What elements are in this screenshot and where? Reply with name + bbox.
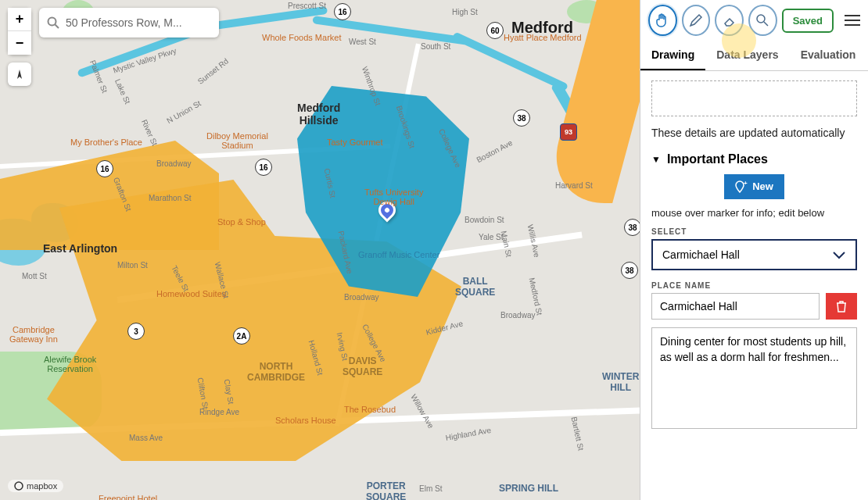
svg-line-5 xyxy=(764,22,768,26)
mouse-hint: mouse over marker for info; edit below xyxy=(651,207,857,220)
search-box[interactable] xyxy=(39,8,219,38)
street-label: River St xyxy=(140,118,160,147)
chevron-down-icon xyxy=(832,250,846,259)
route-shield: 16 xyxy=(334,3,351,20)
street-label: Medford St xyxy=(528,277,544,316)
svg-marker-0 xyxy=(17,70,22,79)
select-value: Carmichael Hall xyxy=(662,248,740,261)
name-label: PLACE NAME xyxy=(651,281,857,290)
place-description[interactable] xyxy=(651,327,857,429)
search-icon xyxy=(47,16,59,29)
poi-label: Dilboy Memorial Stadium xyxy=(206,131,268,150)
poi-label: Homewood Suites xyxy=(156,289,226,298)
toolbar: Saved xyxy=(640,0,868,41)
poi-label: Granoff Music Center xyxy=(358,250,439,259)
draw-tool[interactable] xyxy=(682,5,711,36)
street-label: Yale St xyxy=(479,233,504,241)
trash-icon xyxy=(834,299,848,313)
update-hint: These details are updated automatically xyxy=(651,126,857,141)
pan-tool[interactable] xyxy=(648,5,677,36)
section-header[interactable]: ▼ Important Places xyxy=(651,152,857,166)
dropzone[interactable] xyxy=(651,80,857,116)
magnify-icon xyxy=(755,13,769,27)
poi-label: Freepoint Hotel xyxy=(99,494,157,500)
section-title: Important Places xyxy=(667,152,768,166)
saved-button[interactable]: Saved xyxy=(782,9,834,33)
erase-tool[interactable] xyxy=(715,5,744,36)
street-label: West St xyxy=(349,38,376,46)
svg-line-2 xyxy=(56,25,59,29)
zoom-in-button[interactable]: + xyxy=(8,8,31,31)
route-shield: 3 xyxy=(127,323,145,340)
new-place-button[interactable]: + New xyxy=(724,174,784,199)
poi-label: My Brother's Place xyxy=(70,138,142,147)
street-label: Prescott St xyxy=(288,2,326,10)
side-panel: Saved Drawing Data Layers Evaluation The… xyxy=(640,0,868,500)
poi-label: Tasty Gourmet xyxy=(327,138,383,147)
search-input[interactable] xyxy=(66,16,211,29)
poi-label: Cambridge Gateway Inn xyxy=(9,325,58,344)
inspect-tool[interactable] xyxy=(748,5,777,36)
poi-label: Scholars House xyxy=(275,416,336,425)
interstate-shield: 93 xyxy=(560,123,577,141)
route-shield: 38 xyxy=(624,219,640,236)
tabs: Drawing Data Layers Evaluation xyxy=(640,41,868,71)
route-shield: 60 xyxy=(486,22,504,39)
poi-label: Tufts University Dewig Hall xyxy=(364,188,423,206)
svg-point-3 xyxy=(15,482,23,490)
street-label: Broadway xyxy=(344,293,378,302)
compass-button[interactable] xyxy=(8,62,31,86)
route-shield: 2A xyxy=(233,327,250,345)
route-shield: 38 xyxy=(621,262,638,279)
street-label: Milton St xyxy=(117,261,148,270)
compass-icon xyxy=(14,69,25,80)
eraser-icon xyxy=(723,13,737,27)
panel-content[interactable]: These details are updated automatically … xyxy=(640,71,868,500)
place-name-input[interactable] xyxy=(651,293,820,320)
tab-data-layers[interactable]: Data Layers xyxy=(705,41,789,70)
street-label: South St xyxy=(421,42,450,51)
zoom-out-button[interactable]: − xyxy=(8,31,31,55)
street-label: Sunset Rd xyxy=(196,56,231,85)
menu-button[interactable] xyxy=(845,15,860,26)
neighborhood-label: SPRING HILL xyxy=(499,483,558,494)
tab-drawing[interactable]: Drawing xyxy=(640,41,705,70)
street-label: Willow Ave xyxy=(409,393,436,430)
poi-label: Alewife Brook Reservation xyxy=(44,355,96,373)
pin-plus-icon: + xyxy=(735,180,748,193)
delete-button[interactable] xyxy=(826,293,857,320)
caret-down-icon: ▼ xyxy=(651,154,661,165)
street-label: Mass Ave xyxy=(129,434,163,442)
route-shield: 38 xyxy=(513,109,530,127)
map-canvas[interactable]: 16 60 16 16 38 38 38 93 2A 3 Medford Med… xyxy=(0,0,640,500)
svg-point-4 xyxy=(757,15,765,23)
poi-label: Hyatt Place Medford xyxy=(504,33,582,42)
zoom-control: + − xyxy=(8,8,31,55)
route-shield: 16 xyxy=(255,159,272,176)
street-label: Boston Ave xyxy=(475,138,514,164)
street-label: Mott St xyxy=(22,272,47,280)
poi-label: Whole Foods Market xyxy=(262,33,341,42)
mapbox-icon xyxy=(14,481,23,491)
street-label: Broadway xyxy=(156,159,191,168)
place-select[interactable]: Carmichael Hall xyxy=(651,239,857,270)
street-label: Bowdoin St xyxy=(464,216,504,224)
neighborhood-label: BALL SQUARE xyxy=(455,276,495,298)
street-label: Harvard St xyxy=(555,181,593,190)
hand-icon xyxy=(655,12,670,28)
svg-point-1 xyxy=(48,18,56,26)
mapbox-logo: mapbox xyxy=(8,480,63,492)
tab-evaluation[interactable]: Evaluation xyxy=(790,41,867,70)
neighborhood-label: WINTER HILL xyxy=(602,371,639,393)
pencil-icon xyxy=(689,13,703,27)
neighborhood-label: Medford Hillside xyxy=(297,102,340,127)
street-label: Marathon St xyxy=(149,194,191,202)
street-label: High St xyxy=(452,8,478,16)
select-label: SELECT xyxy=(651,227,857,236)
street-label: Broadway xyxy=(500,311,535,320)
street-label: N Union St xyxy=(165,99,202,126)
street-label: Highland Ave xyxy=(445,426,492,442)
neighborhood-label: East Arlington xyxy=(43,242,117,255)
poi-label: Stop & Shop xyxy=(217,217,266,227)
route-shield: 16 xyxy=(96,160,113,177)
